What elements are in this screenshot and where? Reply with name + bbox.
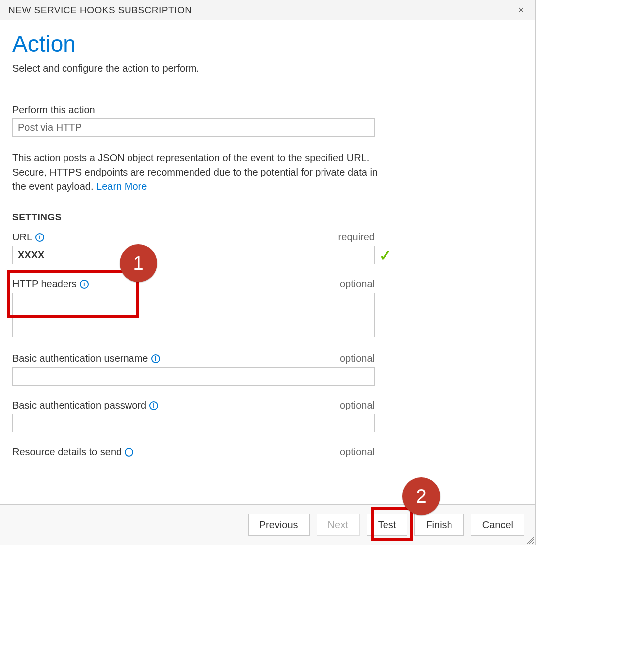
info-icon[interactable]: i	[35, 233, 44, 242]
dialog-footer: Previous Next Test Finish Cancel	[0, 504, 535, 545]
previous-button[interactable]: Previous	[248, 514, 310, 536]
http-headers-label: HTTP headers	[12, 278, 77, 290]
test-button[interactable]: Test	[367, 514, 408, 536]
info-icon[interactable]: i	[151, 354, 160, 363]
dialog-body-wrap: Action Select and configure the action t…	[0, 20, 535, 504]
dialog: NEW SERVICE HOOKS SUBSCRIPTION × Action …	[0, 0, 536, 545]
page-title: Action	[12, 30, 523, 57]
field-basic-user: Basic authentication username i optional	[12, 353, 375, 386]
settings-heading: SETTINGS	[12, 212, 523, 223]
dialog-title: NEW SERVICE HOOKS SUBSCRIPTION	[8, 5, 192, 16]
resource-details-label: Resource details to send	[12, 446, 122, 458]
basic-user-label: Basic authentication username	[12, 353, 148, 364]
cancel-button[interactable]: Cancel	[471, 514, 524, 536]
info-icon[interactable]: i	[80, 280, 89, 289]
info-icon[interactable]: i	[125, 448, 133, 457]
basic-pass-hint: optional	[340, 400, 375, 411]
basic-user-input[interactable]	[12, 367, 375, 386]
field-perform-action: Perform this action	[12, 104, 375, 137]
perform-action-label: Perform this action	[12, 104, 95, 116]
next-button: Next	[317, 514, 360, 536]
basic-pass-input[interactable]	[12, 414, 375, 432]
close-icon[interactable]: ×	[515, 4, 527, 16]
dialog-body[interactable]: Action Select and configure the action t…	[0, 20, 535, 504]
basic-user-hint: optional	[340, 353, 375, 364]
url-hint: required	[338, 232, 375, 243]
field-basic-pass: Basic authentication password i optional	[12, 400, 375, 432]
url-input[interactable]	[12, 246, 375, 264]
http-headers-hint: optional	[340, 278, 375, 290]
http-headers-input[interactable]	[12, 293, 375, 337]
perform-action-select[interactable]	[12, 118, 375, 137]
finish-button[interactable]: Finish	[414, 514, 463, 536]
url-label: URL	[12, 232, 32, 243]
action-description-text: This action posts a JSON object represen…	[12, 152, 378, 192]
field-url: URL i required ✓	[12, 232, 375, 264]
page-subtitle: Select and configure the action to perfo…	[12, 63, 523, 74]
checkmark-icon: ✓	[379, 246, 391, 264]
field-resource-details: Resource details to send i optional	[12, 446, 375, 458]
learn-more-link[interactable]: Learn More	[96, 181, 147, 192]
action-description: This action posts a JSON object represen…	[12, 151, 389, 194]
field-http-headers: HTTP headers i optional	[12, 278, 375, 339]
resource-details-hint: optional	[340, 446, 375, 458]
resize-grip-icon[interactable]	[525, 535, 534, 544]
info-icon[interactable]: i	[149, 401, 158, 410]
dialog-header: NEW SERVICE HOOKS SUBSCRIPTION ×	[0, 0, 535, 20]
basic-pass-label: Basic authentication password	[12, 400, 146, 411]
